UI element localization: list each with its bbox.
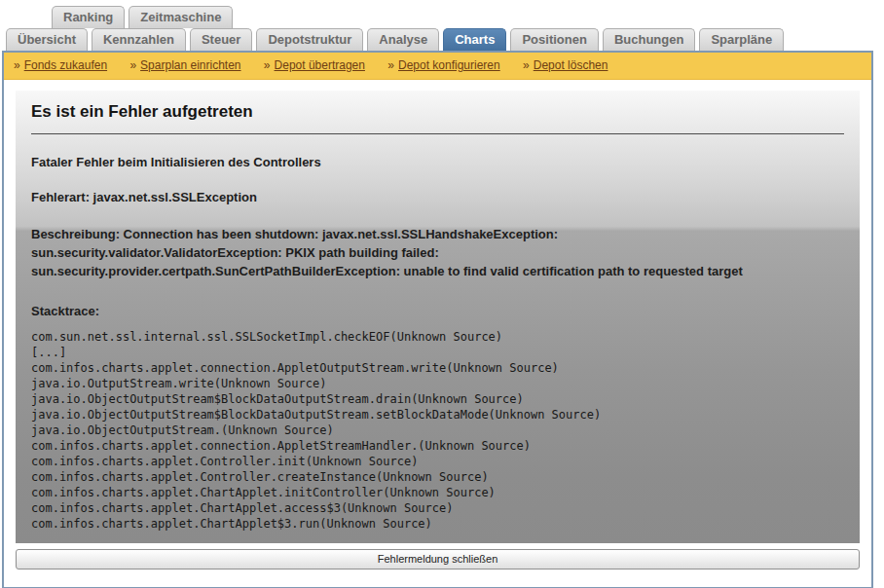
stacktrace-line: com.infos.charts.applet.connection.Apple… xyxy=(31,360,844,376)
tab-zeitmaschine[interactable]: Zeitmaschine xyxy=(129,6,233,28)
error-type-line: Fehlerart: javax.net.ssl.SSLException xyxy=(31,190,844,205)
double-arrow-icon: » xyxy=(264,58,271,72)
stacktrace-line: com.infos.charts.applet.Controller.creat… xyxy=(31,469,844,485)
tab-depotstruktur[interactable]: Depotstruktur xyxy=(256,28,363,51)
tab-charts[interactable]: Charts xyxy=(443,28,506,51)
link-depot-uebertragen[interactable]: »Depot übertragen xyxy=(264,58,365,72)
tab-buchungen[interactable]: Buchungen xyxy=(603,28,696,51)
double-arrow-icon: » xyxy=(14,58,20,72)
tab-steuer[interactable]: Steuer xyxy=(190,28,252,51)
tab-positionen[interactable]: Positionen xyxy=(510,28,598,51)
stacktrace-line: java.io.OutputStream.write(Unknown Sourc… xyxy=(31,376,844,391)
link-fonds-zukaufen[interactable]: »Fonds zukaufen xyxy=(14,58,107,72)
tab-uebersicht[interactable]: Übersicht xyxy=(6,28,88,51)
tab-row-primary: Übersicht Kennzahlen Steuer Depotstruktu… xyxy=(0,28,884,51)
stacktrace-line: com.infos.charts.applet.Controller.init(… xyxy=(31,454,844,469)
error-title: Es ist ein Fehler aufgetreten xyxy=(31,102,844,122)
error-description: Beschreibung: Connection has been shutdo… xyxy=(31,225,844,280)
tab-sparplaene[interactable]: Sparpläne xyxy=(699,28,784,51)
stacktrace-line: com.sun.net.ssl.internal.ssl.SSLSocketIm… xyxy=(31,329,844,345)
stacktrace-label: Stacktrace: xyxy=(31,304,844,319)
error-description-line: sun.security.provider.certpath.SunCertPa… xyxy=(31,262,844,280)
link-label: Depot löschen xyxy=(534,58,608,72)
stacktrace-line: java.io.ObjectOutputStream.(Unknown Sour… xyxy=(31,423,844,438)
stacktrace-line: [...] xyxy=(31,345,844,360)
stacktrace-line: java.io.ObjectOutputStream$BlockDataOutp… xyxy=(31,407,844,423)
divider xyxy=(31,133,844,135)
stacktrace-line: com.infos.charts.applet.ChartApplet.acce… xyxy=(31,500,844,516)
link-depot-konfigurieren[interactable]: »Depot konfigurieren xyxy=(387,58,499,72)
action-link-bar: »Fonds zukaufen »Sparplan einrichten »De… xyxy=(4,53,871,80)
double-arrow-icon: » xyxy=(129,58,136,72)
stacktrace-line: java.io.ObjectOutputStream$BlockDataOutp… xyxy=(31,391,844,407)
tab-ranking[interactable]: Ranking xyxy=(52,6,125,28)
tab-analyse[interactable]: Analyse xyxy=(367,28,439,51)
tab-row-secondary: Ranking Zeitmaschine xyxy=(0,6,884,28)
double-arrow-icon: » xyxy=(523,58,530,72)
link-depot-loeschen[interactable]: »Depot löschen xyxy=(523,58,608,72)
close-error-button[interactable]: Fehlermeldung schließen xyxy=(16,549,860,570)
link-sparplan-einrichten[interactable]: »Sparplan einrichten xyxy=(129,58,240,72)
link-label: Fonds zukaufen xyxy=(24,58,107,72)
error-description-line: sun.security.validator.ValidatorExceptio… xyxy=(31,243,844,262)
stacktrace-line: com.infos.charts.applet.connection.Apple… xyxy=(31,438,844,454)
link-label: Depot konfigurieren xyxy=(398,58,500,72)
page: Ranking Zeitmaschine Übersicht Kennzahle… xyxy=(0,6,884,588)
error-panel: Es ist ein Fehler aufgetreten Fataler Fe… xyxy=(16,91,860,543)
content-container: »Fonds zukaufen »Sparplan einrichten »De… xyxy=(2,51,873,588)
link-label: Depot übertragen xyxy=(275,58,365,72)
tab-kennzahlen[interactable]: Kennzahlen xyxy=(92,28,186,51)
double-arrow-icon: » xyxy=(387,58,394,72)
stacktrace: com.sun.net.ssl.internal.ssl.SSLSocketIm… xyxy=(31,329,844,532)
fatal-error-line: Fataler Fehler beim Initialisieren des C… xyxy=(31,155,844,170)
stacktrace-line: com.infos.charts.applet.ChartApplet.init… xyxy=(31,485,844,500)
error-description-line: Beschreibung: Connection has been shutdo… xyxy=(31,225,844,243)
link-label: Sparplan einrichten xyxy=(140,58,240,72)
stacktrace-line: com.infos.charts.applet.ChartApplet$3.ru… xyxy=(31,516,844,532)
